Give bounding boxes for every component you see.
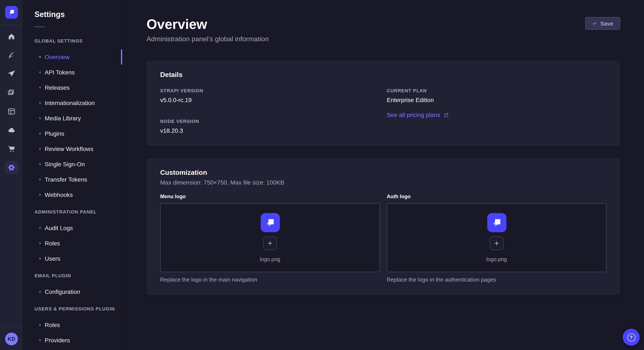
section-email-plugin: EMAIL PLUGIN Configuration xyxy=(24,272,122,299)
section-label: USERS & PERMISSIONS PLUGIN xyxy=(24,305,122,312)
bullet-icon xyxy=(39,102,41,104)
rail-nav xyxy=(5,30,18,174)
subnav-item-overview[interactable]: Overview xyxy=(24,49,122,65)
strapi-logo-icon[interactable] xyxy=(5,6,18,18)
pricing-plans-link[interactable]: See all pricing plans xyxy=(387,111,449,118)
section-global-settings: GLOBAL SETTINGS Overview API Tokens Rele… xyxy=(24,37,122,202)
bullet-icon xyxy=(39,242,41,244)
subnav-item-single-sign-on[interactable]: Single Sign-On xyxy=(24,157,122,172)
auth-logo-upload-box[interactable]: logo.png xyxy=(387,203,606,272)
menu-logo-upload-box[interactable]: logo.png xyxy=(160,203,380,272)
section-users-permissions-plugin: USERS & PERMISSIONS PLUGIN Roles Provide… xyxy=(24,305,122,348)
save-button[interactable]: Save xyxy=(585,17,620,30)
section-label: ADMINISTRATION PANEL xyxy=(24,208,122,215)
rail-user-section: KD xyxy=(0,327,23,350)
bullet-icon xyxy=(39,194,41,196)
app-root: KD Settings GLOBAL SETTINGS Overview API… xyxy=(0,0,644,350)
paper-plane-icon[interactable] xyxy=(5,67,18,81)
customization-subtitle: Max dimension: 750×750, Max file size: 1… xyxy=(160,178,606,186)
auth-logo-field: Auth logo logo.png Replace the logo in t… xyxy=(387,193,606,283)
auth-logo-filename: logo.png xyxy=(486,256,507,262)
subnav-item-transfer-tokens[interactable]: Transfer Tokens xyxy=(24,172,122,187)
gear-icon[interactable] xyxy=(5,161,18,174)
customization-title: Customization xyxy=(160,169,606,177)
external-link-icon xyxy=(444,112,449,118)
node-version-field: NODE VERSION v18.20.3 xyxy=(160,118,380,134)
details-title: Details xyxy=(160,71,606,79)
active-item-indicator xyxy=(121,49,122,65)
subnav-item-internationalization[interactable]: Internationalization xyxy=(24,95,122,111)
subnav-item-review-workflows[interactable]: Review Workflows xyxy=(24,141,122,157)
menu-logo-field: Menu logo logo.png Replace the logo in t… xyxy=(160,193,380,283)
bullet-icon xyxy=(39,324,41,326)
main-nav-rail: KD xyxy=(0,0,24,350)
settings-subnav: Settings GLOBAL SETTINGS Overview API To… xyxy=(24,0,123,350)
add-menu-logo-button[interactable] xyxy=(263,236,277,250)
plus-icon xyxy=(267,240,274,247)
menu-logo-filename: logo.png xyxy=(260,256,280,262)
bullet-icon xyxy=(39,258,41,259)
subnav-item-up-roles[interactable]: Roles xyxy=(24,317,122,333)
page-title: Overview xyxy=(146,16,269,32)
bullet-icon xyxy=(39,291,41,293)
subnav-item-admin-roles[interactable]: Roles xyxy=(24,236,122,251)
subnav-item-media-library[interactable]: Media Library xyxy=(24,111,122,126)
home-icon[interactable] xyxy=(5,30,18,43)
bullet-icon xyxy=(39,117,41,119)
help-button[interactable]: ? xyxy=(623,329,640,346)
subnav-item-admin-users[interactable]: Users xyxy=(24,251,122,266)
bullet-icon xyxy=(39,227,41,229)
bullet-icon xyxy=(39,148,41,150)
menu-logo-preview xyxy=(260,213,280,232)
subnav-item-plugins[interactable]: Plugins xyxy=(24,126,122,141)
section-administration-panel: ADMINISTRATION PANEL Audit Logs Roles Us… xyxy=(24,208,122,266)
bullet-icon xyxy=(39,71,41,73)
main-content: Overview Administration panel’s global i… xyxy=(123,0,644,350)
feather-icon[interactable] xyxy=(5,48,18,62)
page-subtitle: Administration panel’s global informatio… xyxy=(146,35,269,43)
current-plan-field: CURRENT PLAN Enterprise Edition xyxy=(387,88,606,104)
customization-card: Customization Max dimension: 750×750, Ma… xyxy=(146,158,620,295)
cart-icon[interactable] xyxy=(5,142,18,156)
plus-icon xyxy=(493,240,500,247)
avatar[interactable]: KD xyxy=(5,332,18,345)
auth-logo-preview xyxy=(487,213,506,232)
bullet-icon xyxy=(39,133,41,134)
subnav-item-webhooks[interactable]: Webhooks xyxy=(24,187,122,202)
bullet-icon xyxy=(39,339,41,341)
cloud-icon[interactable] xyxy=(5,123,18,137)
strapi-version-field: STRAPI VERSION v5.0.0-rc.19 xyxy=(160,88,380,104)
details-right-column: CURRENT PLAN Enterprise Edition See all … xyxy=(387,88,606,134)
subnav-item-api-tokens[interactable]: API Tokens xyxy=(24,65,122,80)
details-card: Details STRAPI VERSION v5.0.0-rc.19 NODE… xyxy=(146,60,620,146)
images-icon[interactable] xyxy=(5,86,18,100)
question-mark-icon: ? xyxy=(627,333,635,341)
layout-icon[interactable] xyxy=(5,105,18,118)
subnav-item-audit-logs[interactable]: Audit Logs xyxy=(24,220,122,236)
bullet-icon xyxy=(39,178,41,180)
workspace-logo-section xyxy=(0,0,23,25)
menu-logo-hint: Replace the logo in the main navigation xyxy=(160,276,380,283)
section-label: GLOBAL SETTINGS xyxy=(24,37,122,44)
subnav-item-releases[interactable]: Releases xyxy=(24,80,122,95)
bullet-icon xyxy=(39,87,41,88)
subnav-item-up-providers[interactable]: Providers xyxy=(24,333,122,348)
details-left-column: STRAPI VERSION v5.0.0-rc.19 NODE VERSION… xyxy=(160,88,380,134)
subnav-item-email-configuration[interactable]: Configuration xyxy=(24,284,122,299)
auth-logo-hint: Replace the logo in the authentication p… xyxy=(387,276,606,283)
add-auth-logo-button[interactable] xyxy=(490,236,504,250)
section-label: EMAIL PLUGIN xyxy=(24,272,122,279)
bullet-icon xyxy=(39,56,41,58)
page-header: Overview Administration panel’s global i… xyxy=(146,0,620,43)
bullet-icon xyxy=(39,163,41,165)
check-icon xyxy=(592,21,597,26)
subnav-divider xyxy=(34,26,45,27)
subnav-title: Settings xyxy=(24,0,122,19)
